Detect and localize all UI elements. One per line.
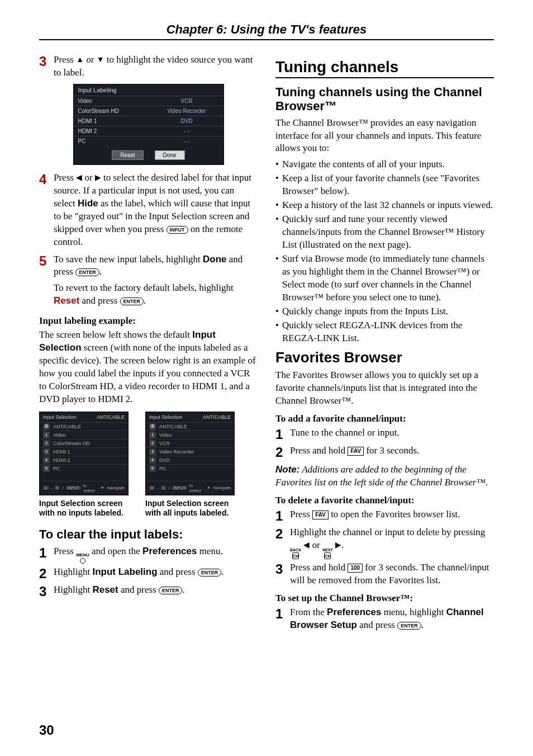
osd-row: 1Video [40,431,128,439]
step-number: 1 [39,545,54,564]
step-number: 4 [39,172,54,249]
osd-row: 3HDMI 1 [40,447,128,456]
right-arrow-icon: ▶ [335,541,341,549]
tuning-channels-heading: Tuning channels [275,58,494,78]
done-label: Done [203,254,227,264]
step-number: 3 [39,54,54,79]
enter-button-icon: ENTER [159,587,183,594]
preferences-label: Preferences [142,546,197,556]
delete-favorite-heading: To delete a favorite channel/input: [275,495,494,506]
osd-rows: ⦿ANT/CABLE 1Video 2VCR 3Video Recorder 4… [146,422,234,481]
list-item: Quickly surf and tune your recently view… [275,213,494,252]
clear-labels-heading: To clear the input labels: [39,527,258,541]
left-arrow-icon: ◀ [76,173,82,182]
fav-button-icon: FAV [348,447,364,456]
step-text: Press FAV to open the Favorites browser … [290,508,494,524]
reset-button[interactable]: Reset [112,150,143,160]
list-item: Keep a list of your favorite channels (s… [275,172,494,198]
list-item: Navigate the contents of all of your inp… [275,158,494,171]
osd-rows: ⦿ANT/CABLE 1Video 2ColorStream HD 3HDMI … [40,422,128,481]
osd-footer: 0-5 / INPUT to select ✦ Navigate [40,481,128,495]
step-number: 2 [275,445,290,460]
step-number: 2 [275,526,290,559]
step-5: 5 To save the new input labels, highligh… [39,253,258,279]
back-ch-button-icon: BACKCH [290,548,301,559]
left-arrow-icon: ◀ [303,541,310,549]
clear-step-2: 2 Highlight Input Labeling and press ENT… [39,566,258,582]
osd-row: HDMI 1DVD [74,116,223,126]
del-step-1: 1 Press FAV to open the Favorites browse… [275,508,494,524]
clear-step-1: 1 Press MENU and open the Preferences me… [39,545,258,564]
step-text: Press and hold FAV for 3 seconds. [290,445,494,460]
osd-row: ⦿ANT/CABLE [40,422,128,431]
two-column-layout: 3 Press ▲ or ▼ to highlight the video so… [39,54,494,634]
osd-footer: 0-5 / INPUT to select ✦ Navigate [146,481,234,495]
example-paragraph: The screen below left shows the default … [39,329,258,406]
osd-row: 4DVD [146,456,234,464]
osd-row: 2ColorStream HD [40,439,128,447]
revert-text: To revert to the factory default labels,… [54,282,258,308]
list-item: Quickly select REGZA-LINK devices from t… [275,319,494,345]
reset-label: Reset [92,584,118,595]
step-text: Highlight Input Labeling and press ENTER… [54,566,258,582]
right-column: Tuning channels Tuning channels using th… [275,54,494,634]
note-label: Note: [275,464,299,475]
add-favorite-heading: To add a favorite channel/input: [275,413,494,424]
osd-row: 4HDMI 2 [40,456,128,464]
osd-row: 3Video Recorder [146,447,234,456]
osd-row: 1Video [146,431,234,439]
setup-step-1: 1 From the Preferences menu, highlight C… [275,606,494,632]
osd-header: Input SelectionANT/CABLE [40,412,128,422]
step-number: 1 [275,427,290,442]
done-button[interactable]: Done [155,150,185,160]
add-step-1: 1 Tune to the channel or input. [275,427,494,442]
osd-row: 5PC [146,464,234,472]
osd-table: VideoVCR ColorStream HDVideo Recorder HD… [74,96,223,146]
enter-button-icon: ENTER [120,297,144,305]
example-heading: Input labeling example: [39,315,258,327]
step-text: Press ▲ or ▼ to highlight the video sour… [54,54,258,79]
channel-browser-intro: The Channel Browser™ provides an easy na… [275,117,494,155]
note-text: Note: Additions are added to the beginni… [275,464,494,489]
setup-browser-heading: To set up the Channel Browser™: [275,593,494,604]
clear-step-3: 3 Highlight Reset and press ENTER. [39,584,258,599]
osd-row: 2VCR [146,439,234,447]
osd-captions: Input Selection screen with no inputs la… [39,499,258,518]
step-number: 1 [275,508,290,524]
osd-row: ⦿ANT/CABLE [146,422,234,431]
step-text: Highlight the channel or input to delete… [290,526,494,559]
feature-list: Navigate the contents of all of your inp… [275,158,494,344]
caption-right: Input Selection screen with all inputs l… [145,499,235,518]
step-text: Press ◀ or ▶ to select the desired label… [54,172,258,249]
input-labeling-label: Input Labeling [92,566,157,577]
input-selection-osd-left: Input SelectionANT/CABLE ⦿ANT/CABLE 1Vid… [39,412,129,495]
osd-pair: Input SelectionANT/CABLE ⦿ANT/CABLE 1Vid… [39,412,258,495]
enter-button-icon: ENTER [397,622,421,630]
list-item: Surf via Browse mode (to immediately tun… [275,253,494,304]
del-step-3: 3 Press and hold 100 for 3 seconds. The … [275,561,494,587]
hundred-button-icon: 100 [348,564,363,573]
input-selection-osd-right: Input SelectionANT/CABLE ⦿ANT/CABLE 1Vid… [145,412,235,495]
enter-button-icon: ENTER [198,569,222,577]
osd-row: ColorStream HDVideo Recorder [74,106,223,116]
up-arrow-icon: ▲ [76,55,84,64]
input-button-icon: INPUT [166,226,188,234]
page-number: 30 [39,722,54,738]
hide-label: Hide [78,198,98,209]
step-text: Press MENU and open the Preferences menu… [54,545,258,564]
list-item: Keep a history of the last 32 channels o… [275,199,494,212]
step-number: 5 [39,253,54,279]
step-text: To save the new input labels, highlight … [54,253,258,279]
osd-row: HDMI 2- - [74,126,223,136]
favorites-intro: The Favorites Browser allows you to quic… [275,369,494,408]
step-number: 3 [39,584,54,599]
step-number: 1 [275,606,290,632]
step-3: 3 Press ▲ or ▼ to highlight the video so… [39,54,258,79]
menu-button-icon: MENU [76,553,89,564]
preferences-label: Preferences [327,607,381,617]
list-item: Quickly change inputs from the Inputs Li… [275,305,494,318]
step-text: From the Preferences menu, highlight Cha… [290,606,494,632]
reset-label: Reset [54,295,79,306]
osd-header: Input SelectionANT/CABLE [146,412,234,422]
down-arrow-icon: ▼ [97,55,104,64]
